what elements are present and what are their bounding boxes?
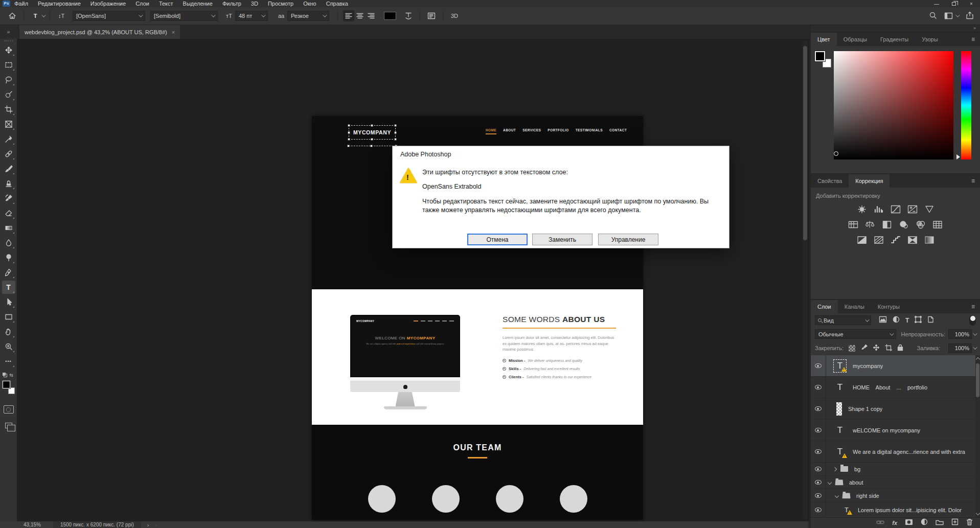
layer-row-welcome[interactable]: T wELCOME on mycompany [811,420,980,441]
blur-tool[interactable] [2,236,15,249]
restore-button[interactable] [945,0,963,7]
manage-button[interactable]: Управление [598,234,658,245]
tab-swatches[interactable]: Образцы [837,33,874,46]
type-layer-thumbnail[interactable]: T [833,424,847,437]
panels-collapse-button[interactable]: » [811,25,980,32]
document-info[interactable]: 1500 пикс. x 6200 пикс. (72 ppi) [53,521,141,528]
3d-mode-label[interactable]: 3D [448,10,461,22]
minimize-button[interactable]: — [928,0,945,7]
tab-patterns[interactable]: Узоры [915,33,944,46]
quick-mask-button[interactable] [4,405,14,414]
eraser-tool[interactable] [2,206,15,220]
visibility-cell[interactable] [811,355,826,376]
tool-preset-chevron-icon[interactable] [41,13,45,17]
rectangular-marquee-tool[interactable] [2,58,15,72]
new-group-icon[interactable] [936,518,944,527]
font-style-select[interactable]: [Semibold] [150,11,218,21]
visibility-cell[interactable] [811,377,826,398]
path-selection-tool[interactable] [2,295,15,309]
tab-properties[interactable]: Свойства [811,174,849,188]
visibility-cell[interactable] [811,489,826,502]
group-row-right-side[interactable]: right side [811,489,980,502]
move-tool[interactable] [2,43,15,57]
fill-field[interactable]: 100% [948,343,976,353]
crop-tool[interactable] [2,103,15,116]
new-adjustment-layer-icon[interactable] [921,518,928,527]
saturation-brightness-field[interactable] [834,51,953,159]
visibility-cell[interactable] [811,502,826,517]
cancel-button[interactable]: Отмена [467,234,528,245]
clone-stamp-tool[interactable] [2,177,15,190]
selective-color-icon[interactable] [907,236,918,246]
panel-menu-icon[interactable]: ≡ [966,174,980,188]
shape-layer-thumbnail[interactable] [836,402,842,416]
filter-adjustment-layers-icon[interactable] [893,316,900,325]
tab-color[interactable]: Цвет [811,33,837,46]
brush-tool[interactable] [2,162,15,175]
layer-row-shape1copy[interactable]: Shape 1 copy [811,398,980,420]
lock-pixels-icon[interactable] [860,344,868,352]
menu-edit[interactable]: Редактирование [38,1,81,7]
font-size-select[interactable]: 48 пт [235,11,268,21]
frame-tool[interactable] [2,118,15,131]
hue-slider[interactable] [961,51,971,159]
text-orientation-icon[interactable]: ↕T [55,10,67,22]
opacity-field[interactable]: 100% [948,329,976,339]
layer-row-lorem[interactable]: T Lorem ipsum dolor sit...ipisicing elit… [811,502,980,517]
lock-all-icon[interactable] [897,344,903,352]
foreground-color-swatch[interactable] [3,381,10,388]
font-family-select[interactable]: [OpenSans] [73,11,145,21]
tab-gradients[interactable]: Градиенты [874,33,915,46]
group-collapsed-chevron-icon[interactable] [833,467,837,471]
foreground-background-colors[interactable] [2,381,15,394]
lock-transparency-icon[interactable] [849,345,855,352]
menu-filter[interactable]: Фильтр [222,1,241,7]
spot-healing-brush-tool[interactable] [2,147,15,160]
menu-file[interactable]: Файл [14,1,28,7]
layer-row-nav-text[interactable]: T HOME About ... portfolio [811,377,980,398]
link-layers-icon[interactable] [876,518,884,527]
tab-layers[interactable]: Слои [811,300,838,313]
menu-layers[interactable]: Слои [135,1,149,7]
lock-position-icon[interactable] [873,344,880,352]
scrollbar-thumb[interactable] [976,363,979,397]
visibility-cell[interactable] [811,441,826,462]
menu-help[interactable]: Справка [326,1,348,7]
group-row-about[interactable]: about [811,476,980,489]
hue-saturation-icon[interactable] [848,220,858,231]
type-tool-preset-icon[interactable]: T [29,10,41,22]
gradient-tool[interactable] [2,221,15,235]
toggle-panels-icon[interactable] [425,10,438,22]
posterize-icon[interactable] [874,236,884,246]
gradient-map-icon[interactable] [924,236,935,246]
panel-menu-icon[interactable]: ≡ [966,300,980,313]
toolbar-collapse-button[interactable]: » [0,25,17,39]
screen-mode-button[interactable] [5,423,12,428]
vibrance-icon[interactable] [924,205,935,216]
document-tab[interactable]: webdevblog_project.psd @ 43,2% (ABOUT US… [19,25,180,39]
zoom-level-field[interactable]: 43,15% [24,522,41,527]
panel-menu-icon[interactable]: ≡ [966,33,980,46]
lock-artboard-icon[interactable] [885,344,892,352]
document-tab-close-icon[interactable]: × [172,29,175,35]
anti-alias-select[interactable]: Резкое [287,11,329,21]
zoom-tool[interactable] [2,340,15,353]
add-layer-mask-icon[interactable] [905,518,913,527]
history-brush-tool[interactable] [2,192,15,205]
hand-tool[interactable] [2,325,15,338]
layer-filter-toggle[interactable] [969,315,976,326]
scrollbar-thumb[interactable] [803,46,807,240]
canvas-vertical-scrollbar[interactable] [803,41,808,519]
visibility-cell[interactable] [811,476,826,489]
exposure-icon[interactable] [907,205,918,216]
delete-layer-icon[interactable] [966,518,973,527]
layer-filter-select[interactable]: Вид [815,315,871,325]
search-icon[interactable] [929,11,937,20]
visibility-cell[interactable] [811,420,826,441]
type-layer-thumbnail[interactable]: T [841,505,852,515]
logo-transform-box[interactable]: MYCOMPANY [349,125,396,140]
rectangle-tool[interactable] [2,310,15,324]
menu-type[interactable]: Текст [159,1,173,7]
threshold-icon[interactable] [891,236,901,246]
menu-view[interactable]: Просмотр [268,1,293,7]
